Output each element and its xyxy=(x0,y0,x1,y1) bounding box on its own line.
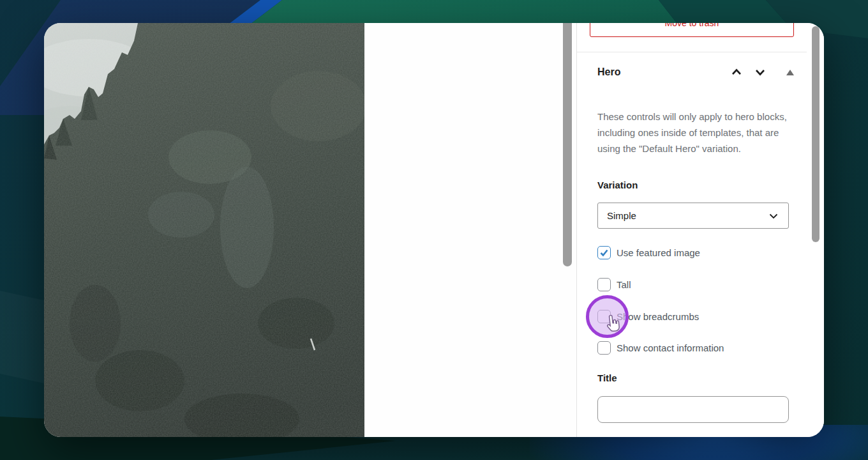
chevron-up-icon[interactable] xyxy=(730,65,744,79)
show-contact-information-label: Show contact information xyxy=(617,342,724,353)
canvas-scrollbar[interactable] xyxy=(563,23,572,266)
variation-select[interactable]: Simple xyxy=(597,203,789,229)
hero-panel-description: These controls will only apply to hero b… xyxy=(597,109,790,157)
editor-window: Move to trash Hero These controls will o… xyxy=(44,23,824,437)
show-breadcrumbs-checkbox[interactable] xyxy=(597,310,611,323)
show-breadcrumbs-label: Show breadcrumbs xyxy=(617,311,699,322)
featured-image-mountain xyxy=(44,23,364,437)
checkbox-row-show-breadcrumbs: Show breadcrumbs xyxy=(597,309,794,324)
hero-panel-header[interactable]: Hero xyxy=(597,63,794,82)
use-featured-image-checkbox[interactable] xyxy=(597,246,611,259)
chevron-down-icon[interactable] xyxy=(753,65,767,79)
chevron-down-icon xyxy=(768,210,779,222)
editor-canvas[interactable] xyxy=(364,23,576,437)
title-label: Title xyxy=(597,372,617,383)
checkbox-row-show-contact-information: Show contact information xyxy=(597,340,794,355)
variation-label: Variation xyxy=(597,180,638,190)
tall-label: Tall xyxy=(617,279,631,290)
tall-checkbox[interactable] xyxy=(597,278,611,291)
sidebar-divider xyxy=(577,52,807,52)
use-featured-image-label: Use featured image xyxy=(617,247,700,258)
hero-panel-title: Hero xyxy=(597,66,730,78)
mountain-photo-graphic xyxy=(44,23,364,437)
triangle-up-icon[interactable] xyxy=(786,70,794,75)
checkbox-row-use-featured-image: Use featured image xyxy=(597,245,794,260)
checkmark-icon xyxy=(599,248,609,257)
title-input[interactable] xyxy=(597,396,789,423)
settings-sidebar: Move to trash Hero These controls will o… xyxy=(576,23,824,437)
checkbox-row-tall: Tall xyxy=(597,277,794,292)
sidebar-scrollbar[interactable] xyxy=(812,26,819,242)
show-contact-information-checkbox[interactable] xyxy=(597,341,611,355)
move-to-trash-button[interactable]: Move to trash xyxy=(590,23,794,37)
variation-selected-value: Simple xyxy=(607,210,768,221)
